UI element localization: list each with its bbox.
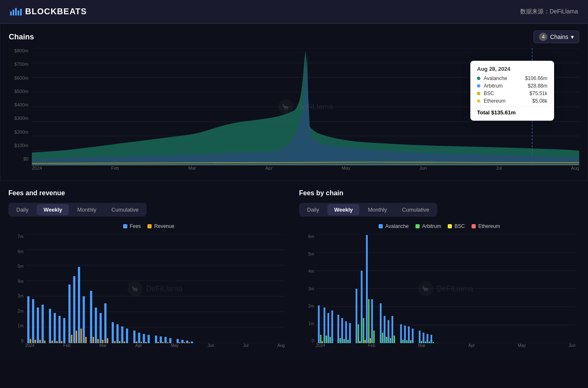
tooltip-row-avalanche: Avalanche $106.66m	[477, 75, 547, 81]
fees-bar-chart: 7m 6m 5m 4m 3m 2m 1m 0	[8, 234, 289, 352]
legend-label-avalanche: Avalanche	[385, 223, 409, 229]
logo-bar-4	[18, 10, 19, 16]
svg-rect-99	[356, 289, 357, 343]
tooltip-value-bsc: $75.51k	[529, 91, 547, 96]
svg-rect-91	[331, 310, 333, 343]
chains-filter-button[interactable]: 4 Chains ▾	[534, 31, 579, 43]
fees-by-chain-title: Fees by chain	[299, 189, 580, 197]
tooltip-label-avalanche: Avalanche	[484, 75, 522, 81]
header: BLOCKBEATS 数据来源：DeFiLlama	[0, 0, 588, 23]
tab-cumulative-chain[interactable]: Cumulative	[395, 204, 436, 215]
svg-rect-102	[361, 271, 362, 343]
svg-rect-32	[63, 318, 65, 343]
logo-bar-5	[20, 9, 22, 16]
svg-rect-65	[160, 336, 162, 343]
legend-bsc: BSC	[448, 223, 465, 229]
svg-rect-107	[370, 338, 371, 343]
svg-rect-34	[71, 335, 72, 343]
legend-ethereum: Ethereum	[472, 223, 500, 229]
x-label-may: May	[342, 166, 351, 174]
svg-rect-43	[95, 308, 97, 343]
tab-daily-chain[interactable]: Daily	[300, 204, 326, 215]
tab-cumulative-fees[interactable]: Cumulative	[105, 204, 145, 215]
svg-rect-18	[27, 296, 29, 343]
svg-rect-23	[39, 340, 41, 343]
svg-rect-109	[373, 331, 374, 343]
y-label-200m: $200m	[9, 129, 28, 135]
tooltip-dot-arbitrum	[477, 84, 480, 88]
svg-rect-67	[165, 337, 167, 343]
y-label-800m: $800m	[9, 48, 28, 53]
svg-rect-48	[107, 338, 108, 343]
fees-y-labels: 7m 6m 5m 4m 3m 2m 1m 0	[8, 234, 25, 343]
tooltip-value-avalanche: $106.66m	[525, 75, 547, 81]
svg-rect-112	[384, 316, 385, 343]
svg-rect-124	[412, 329, 413, 343]
svg-rect-106	[368, 299, 369, 343]
y-label-100m: $100m	[9, 143, 28, 148]
tab-daily-fees[interactable]: Daily	[10, 204, 35, 215]
svg-rect-94	[341, 318, 343, 343]
tab-weekly-fees[interactable]: Weekly	[37, 204, 69, 215]
svg-rect-103	[363, 318, 364, 343]
svg-rect-116	[392, 316, 393, 343]
logo-bar-2	[13, 10, 14, 16]
svg-rect-98	[349, 323, 351, 343]
chain-bar-chart: 6m 5m 4m 3m 2m 1m 0	[299, 234, 580, 352]
svg-rect-58	[138, 333, 140, 343]
bottom-panels: Fees and revenue Daily Weekly Monthly Cu…	[0, 181, 588, 360]
logo-icon	[10, 8, 22, 16]
svg-rect-121	[406, 340, 407, 343]
svg-rect-36	[76, 331, 77, 343]
tooltip-total-label: Total	[477, 109, 491, 116]
fees-by-chain-tabs: Daily Weekly Monthly Cumulative	[299, 203, 437, 217]
legend-dot-ethereum	[472, 224, 476, 228]
legend-dot-avalanche	[379, 224, 383, 228]
svg-rect-39	[83, 296, 85, 343]
svg-rect-127	[423, 333, 424, 343]
fees-bar-chart-inner: 🦙 DeFiLlama	[25, 234, 285, 343]
svg-rect-118	[400, 324, 402, 343]
chains-label: Chains	[550, 34, 568, 40]
svg-rect-44	[98, 339, 99, 343]
legend-revenue: Revenue	[147, 223, 174, 229]
chain-legend: Avalanche Arbitrum BSC Ethereum	[299, 223, 580, 229]
tab-weekly-chain[interactable]: Weekly	[328, 204, 360, 215]
svg-rect-20	[32, 299, 34, 343]
svg-rect-56	[133, 331, 135, 343]
tab-monthly-chain[interactable]: Monthly	[361, 204, 394, 215]
svg-rect-28	[54, 313, 56, 343]
svg-rect-42	[93, 337, 94, 343]
svg-rect-19	[30, 339, 31, 343]
svg-rect-104	[365, 340, 366, 343]
chain-x-labels: 2024 Feb Mar Apr May Jun	[316, 343, 575, 352]
tooltip-total-value: $135.61m	[491, 109, 516, 116]
svg-rect-92	[338, 315, 339, 343]
svg-rect-93	[340, 338, 341, 343]
svg-rect-105	[366, 235, 368, 343]
legend-label-bsc: BSC	[454, 223, 465, 229]
fees-x-labels: 2024 Feb Mar Apr May Jun Jul Aug	[25, 343, 285, 352]
y-label-600m: $600m	[9, 75, 28, 80]
legend-fees: Fees	[123, 223, 141, 229]
fees-revenue-panel: Fees and revenue Daily Weekly Monthly Cu…	[8, 189, 289, 352]
x-label-jun: Jun	[419, 166, 427, 174]
logo-bar-3	[15, 8, 17, 16]
svg-rect-115	[390, 338, 391, 343]
svg-rect-46	[102, 340, 103, 343]
y-label-0: $0	[9, 156, 28, 161]
svg-rect-55	[126, 329, 128, 343]
chart-tooltip: Aug 28, 2024 Avalanche $106.66m Arbitrum…	[470, 61, 554, 121]
svg-rect-96	[345, 321, 347, 343]
svg-rect-30	[59, 316, 61, 343]
svg-rect-24	[41, 305, 44, 343]
fees-chart-svg	[25, 234, 285, 343]
tooltip-row-arbitrum: Arbitrum $28.88m	[477, 83, 547, 89]
tooltip-value-arbitrum: $28.88m	[528, 83, 547, 89]
svg-rect-129	[427, 334, 428, 343]
legend-label-fees: Fees	[130, 223, 141, 229]
main-chart-header: Chains 4 Chains ▾	[9, 31, 579, 43]
svg-rect-53	[121, 326, 123, 343]
tab-monthly-fees[interactable]: Monthly	[70, 204, 103, 215]
svg-rect-63	[155, 336, 157, 343]
